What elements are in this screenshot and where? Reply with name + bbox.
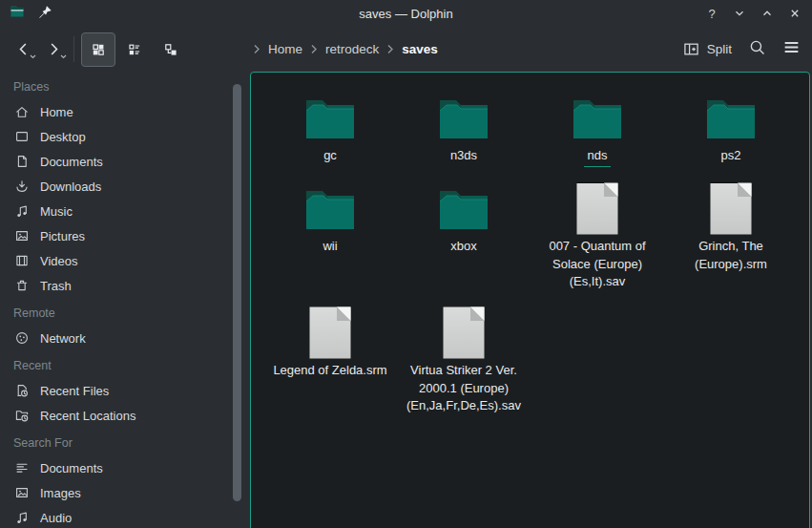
sidebar-item-audio[interactable]: Audio bbox=[0, 505, 250, 528]
dolphin-window: saves — Dolphin ? bbox=[0, 0, 812, 528]
folder-icon bbox=[437, 95, 490, 139]
item-label: Grinch, The (Europe).​srm bbox=[673, 238, 789, 273]
folder-icon bbox=[437, 186, 490, 230]
sidebar-item-recent-locations[interactable]: Recent Locations bbox=[0, 403, 250, 428]
breadcrumb-saves[interactable]: saves bbox=[402, 42, 438, 56]
folder-icon bbox=[704, 95, 758, 139]
file-item-007-quantum-of-solace-europe-es-it-sav[interactable]: 007 - Quantum of Solace (Europe) (Es,It)… bbox=[531, 180, 664, 305]
item-label: gc bbox=[323, 147, 337, 165]
maximize-button[interactable] bbox=[760, 6, 775, 21]
sidebar-item-label: Pictures bbox=[40, 229, 85, 243]
download-icon bbox=[14, 179, 30, 194]
sidebar-item-label: Network bbox=[40, 331, 86, 346]
film-icon bbox=[14, 253, 30, 268]
minimize-button[interactable] bbox=[732, 6, 747, 21]
help-button[interactable]: ? bbox=[704, 6, 719, 21]
tree-view-button[interactable] bbox=[154, 32, 188, 67]
search-icon[interactable] bbox=[748, 38, 766, 60]
item-icon-box bbox=[576, 180, 618, 236]
file-icon bbox=[710, 182, 752, 235]
toolbar-separator bbox=[73, 36, 74, 62]
window-title: saves — Dolphin bbox=[0, 7, 812, 21]
image-icon bbox=[14, 485, 30, 500]
home-icon bbox=[14, 104, 30, 119]
back-button[interactable] bbox=[8, 34, 38, 65]
sidebar-item-label: Recent Locations bbox=[40, 409, 135, 423]
sidebar-item-images[interactable]: Images bbox=[0, 480, 250, 505]
close-button[interactable] bbox=[787, 6, 802, 21]
sidebar-item-desktop[interactable]: Desktop bbox=[0, 124, 250, 149]
item-icon-box bbox=[443, 305, 485, 360]
file-icon bbox=[309, 306, 351, 359]
pin-icon[interactable] bbox=[38, 5, 52, 23]
sidebar-item-documents[interactable]: Documents bbox=[0, 455, 250, 480]
sidebar-item-trash[interactable]: Trash bbox=[0, 273, 250, 298]
sidebar-item-label: Audio bbox=[40, 511, 72, 525]
text-lines-icon bbox=[14, 460, 30, 475]
icons-view-button[interactable] bbox=[81, 32, 115, 67]
image-icon bbox=[14, 228, 30, 243]
folder-item-n3ds[interactable]: n3ds bbox=[397, 90, 531, 180]
sidebar-item-network[interactable]: Network bbox=[0, 326, 250, 350]
folder-item-nds[interactable]: nds bbox=[531, 90, 664, 180]
forward-button[interactable] bbox=[38, 34, 69, 65]
hamburger-icon[interactable] bbox=[782, 38, 801, 60]
sidebar-item-label: Documents bbox=[40, 155, 103, 169]
folder-item-wii[interactable]: wii bbox=[263, 180, 397, 305]
item-label: wii bbox=[323, 238, 337, 256]
back-history-caret-icon[interactable] bbox=[30, 46, 36, 63]
breadcrumb-chevron-icon bbox=[309, 44, 319, 54]
file-grid: gc n3ds nds ps2 wii xbox 007 - Quantum o… bbox=[263, 90, 798, 429]
sidebar-item-recent-files[interactable]: Recent Files bbox=[0, 378, 250, 403]
breadcrumb-retrodeck[interactable]: retrodeck bbox=[325, 42, 379, 56]
item-label: nds bbox=[584, 147, 612, 167]
split-button-label: Split bbox=[707, 42, 732, 56]
trash-icon bbox=[14, 278, 30, 293]
file-item-virtua-striker-2-ver-2000-1-europe-en-ja-fr-de-es-sav[interactable]: Virtua Striker 2 Ver.​ 2000.​1 (Europe) … bbox=[397, 305, 531, 429]
sidebar-item-videos[interactable]: Videos bbox=[0, 248, 250, 273]
sidebar-item-home[interactable]: Home bbox=[0, 99, 250, 124]
split-button[interactable]: Split bbox=[683, 41, 732, 57]
folder-icon bbox=[571, 95, 624, 139]
breadcrumb-home[interactable]: Home bbox=[268, 42, 302, 56]
sidebar-item-label: Downloads bbox=[40, 180, 101, 194]
sidebar-item-music[interactable]: Music bbox=[0, 199, 250, 223]
folder-icon bbox=[303, 95, 357, 139]
details-view-button[interactable] bbox=[117, 32, 152, 67]
item-icon-box bbox=[704, 90, 758, 145]
file-icon bbox=[443, 306, 485, 359]
sidebar-scrollbar[interactable] bbox=[233, 84, 241, 501]
item-icon-box bbox=[571, 90, 624, 145]
desktop-icon bbox=[14, 129, 30, 144]
music-note-icon bbox=[14, 203, 30, 219]
item-label: Legend of Zelda.​srm bbox=[273, 362, 386, 380]
sidebar-item-label: Documents bbox=[40, 461, 103, 475]
sidebar-item-label: Desktop bbox=[40, 130, 86, 144]
breadcrumb: Home retrodeck saves bbox=[252, 27, 438, 72]
titlebar[interactable]: saves — Dolphin ? bbox=[0, 0, 812, 27]
folder-item-xbox[interactable]: xbox bbox=[397, 180, 531, 305]
sidebar-item-documents[interactable]: Documents bbox=[0, 149, 250, 174]
recent-folder-icon bbox=[14, 408, 30, 423]
file-item-grinch-the-europe-srm[interactable]: Grinch, The (Europe).​srm bbox=[664, 180, 798, 305]
sidebar-section-title: Remote bbox=[0, 301, 250, 326]
item-icon-box bbox=[303, 180, 357, 236]
sidebar-item-label: Recent Files bbox=[40, 384, 109, 398]
dolphin-folder-icon bbox=[10, 4, 25, 23]
sidebar-item-pictures[interactable]: Pictures bbox=[0, 223, 250, 248]
sidebar-item-downloads[interactable]: Downloads bbox=[0, 174, 250, 199]
folder-item-ps2[interactable]: ps2 bbox=[664, 90, 798, 180]
folder-item-gc[interactable]: gc bbox=[263, 90, 397, 180]
sidebar-item-label: Trash bbox=[40, 279, 72, 293]
item-icon-box bbox=[437, 180, 490, 236]
sidebar-section-title: Recent bbox=[0, 353, 250, 378]
network-icon bbox=[14, 330, 30, 346]
sidebar-item-label: Music bbox=[40, 204, 73, 219]
folder-icon bbox=[303, 186, 357, 230]
file-item-legend-of-zelda-srm[interactable]: Legend of Zelda.​srm bbox=[263, 305, 397, 429]
item-label: n3ds bbox=[450, 147, 477, 165]
forward-history-caret-icon[interactable] bbox=[60, 46, 67, 63]
breadcrumb-chevron-icon bbox=[385, 44, 395, 54]
item-label: xbox bbox=[450, 238, 476, 256]
folder-view[interactable]: gc n3ds nds ps2 wii xbox 007 - Quantum o… bbox=[250, 72, 810, 528]
